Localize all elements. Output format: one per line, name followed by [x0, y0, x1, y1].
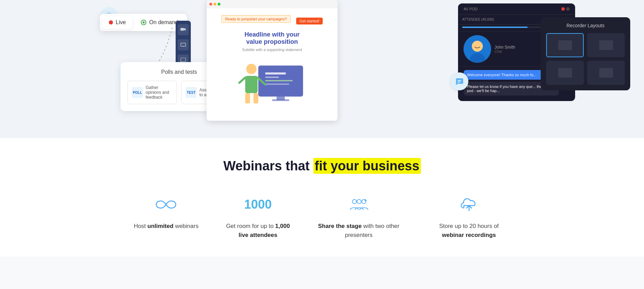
headline-highlight: fit your business [313, 158, 421, 174]
feature-stage-text: Share the stage with two other presenter… [318, 222, 400, 239]
recorder-item-2[interactable] [587, 33, 625, 57]
rec-inner-4 [599, 68, 613, 78]
svg-point-19 [246, 64, 257, 74]
feature-recordings-text: Store up to 20 hours of webinar recordin… [428, 222, 510, 239]
rec-inner-2 [599, 40, 613, 50]
attendee-number: 1000 [244, 197, 272, 212]
svg-rect-29 [458, 82, 460, 82]
maximize-btn [218, 3, 220, 6]
presenter-name: John Smith [495, 45, 515, 50]
svg-rect-15 [265, 80, 293, 81]
recorder-item-3[interactable] [546, 61, 584, 85]
chat-bubble-floating-icon [450, 72, 468, 90]
presenter-avatar [464, 35, 491, 63]
rec-inner-3 [558, 68, 572, 78]
presentation-header [207, 0, 337, 8]
live-label: Live [116, 19, 126, 26]
bottom-section: Webinars that fit your business Host unl… [0, 138, 644, 257]
svg-line-22 [239, 78, 245, 83]
svg-rect-20 [245, 76, 258, 93]
svg-point-31 [357, 199, 361, 203]
presentation-sub: Subtitle with a supporting statement [242, 48, 302, 52]
svg-rect-18 [272, 99, 289, 101]
svg-rect-28 [458, 80, 461, 81]
feature-unlimited-text: Host unlimited webinars [134, 222, 198, 231]
cloud-upload-icon [459, 194, 479, 215]
svg-rect-24 [253, 93, 258, 103]
top-section: Live On demand [0, 0, 644, 138]
feature-attendees: 1000 Get room for up to 1,000 live atten… [226, 194, 290, 239]
presentation-mockup: Ready to jumpstart your campaigns? Get s… [207, 0, 337, 121]
number-1000-icon: 1000 [248, 194, 268, 215]
features-grid: Host unlimited webinars 1000 Get room fo… [115, 194, 529, 239]
recorder-grid [546, 33, 625, 85]
campaign-tag: Ready to jumpstart your campaigns? [221, 15, 291, 23]
presentation-headline: Headline with your value proposition [245, 31, 300, 46]
video-header: AV POD [458, 3, 575, 15]
feature-unlimited: Host unlimited webinars [134, 194, 198, 239]
feature-attendees-text: Get room for up to 1,000 live attendees [226, 222, 290, 239]
poll-option-gather: POLL Gather opinions and feedback [127, 81, 177, 104]
recorder-item-1[interactable] [546, 33, 584, 57]
recorder-item-4[interactable] [587, 61, 625, 85]
live-dot [109, 20, 113, 24]
live-button[interactable]: Live [102, 16, 133, 29]
infinity-icon [156, 194, 176, 215]
poll-option-gather-label: Gather opinions and feedback [146, 85, 173, 100]
get-started-btn[interactable]: Get started! [296, 18, 323, 24]
people-icon [349, 194, 369, 215]
feature-stage: Share the stage with two other presenter… [318, 194, 400, 239]
feature-recordings: Store up to 20 hours of webinar recordin… [428, 194, 510, 239]
test-icon: TEST [186, 87, 197, 98]
rec-inner-1 [558, 40, 572, 50]
presenter-illustration [238, 59, 307, 114]
svg-point-30 [352, 199, 356, 203]
recorder-panel: Recorder Layouts [541, 17, 630, 90]
presenter-info: John Smith Chat [495, 45, 515, 53]
section-headline: Webinars that fit your business [0, 159, 644, 173]
recorder-title: Recorder Layouts [546, 23, 625, 28]
minimize-btn [214, 3, 216, 6]
svg-rect-14 [265, 77, 279, 78]
svg-point-26 [472, 41, 483, 52]
svg-rect-23 [245, 93, 250, 103]
presentation-content: Ready to jumpstart your campaigns? Get s… [207, 8, 337, 121]
campaign-bar: Ready to jumpstart your campaigns? Get s… [221, 15, 323, 27]
svg-rect-13 [265, 72, 286, 74]
svg-rect-16 [265, 83, 289, 85]
headline-part1: Webinars that [223, 159, 313, 173]
poll-icon: POLL [132, 87, 143, 98]
close-btn [209, 3, 212, 6]
